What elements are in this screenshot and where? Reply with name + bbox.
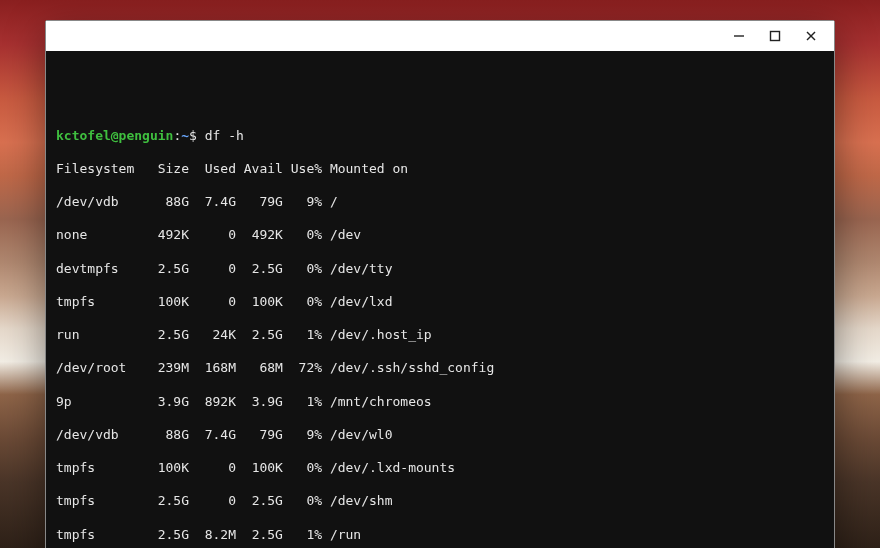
cell-used: 892K (189, 394, 236, 411)
cell-size: 239M (142, 360, 189, 377)
cell-mount: /dev/lxd (322, 294, 392, 311)
cell-avail: 2.5G (236, 327, 283, 344)
cell-size: 2.5G (142, 493, 189, 510)
cell-used: 7.4G (189, 194, 236, 211)
maximize-button[interactable] (758, 24, 792, 48)
cell-avail: 2.5G (236, 261, 283, 278)
cell-mount: /dev/wl0 (322, 427, 392, 444)
cell-avail: 2.5G (236, 493, 283, 510)
cell-filesystem: tmpfs (56, 527, 142, 544)
cell-usepct: 0% (283, 294, 322, 311)
cell-mount: /run (322, 527, 361, 544)
cell-size: 88G (142, 427, 189, 444)
cell-usepct: 0% (283, 460, 322, 477)
cell-usepct: 0% (283, 493, 322, 510)
header-used: Used (189, 161, 236, 178)
cell-usepct: 1% (283, 394, 322, 411)
header-filesystem: Filesystem (56, 161, 142, 178)
table-row: tmpfs100K0100K0%/dev/lxd (56, 294, 824, 311)
table-header: FilesystemSizeUsedAvailUse%Mounted on (56, 161, 824, 178)
cell-avail: 79G (236, 427, 283, 444)
cell-size: 492K (142, 227, 189, 244)
cell-usepct: 9% (283, 427, 322, 444)
cell-used: 0 (189, 227, 236, 244)
cell-mount: /dev/shm (322, 493, 392, 510)
cell-size: 2.5G (142, 327, 189, 344)
cell-size: 100K (142, 460, 189, 477)
table-row: none492K0492K0%/dev (56, 227, 824, 244)
cell-usepct: 1% (283, 327, 322, 344)
cell-mount: /dev/tty (322, 261, 392, 278)
cell-mount: /mnt/chromeos (322, 394, 432, 411)
cell-usepct: 1% (283, 527, 322, 544)
cell-avail: 2.5G (236, 527, 283, 544)
cell-filesystem: /dev/vdb (56, 194, 142, 211)
cell-filesystem: run (56, 327, 142, 344)
prompt-line-1: kctofel@penguin:~$ df -h (56, 111, 824, 144)
cell-mount: /dev/.host_ip (322, 327, 432, 344)
cell-filesystem: /dev/root (56, 360, 142, 377)
cell-mount: /dev/.ssh/sshd_config (322, 360, 494, 377)
cell-filesystem: tmpfs (56, 493, 142, 510)
cell-usepct: 0% (283, 227, 322, 244)
cell-mount: /dev/.lxd-mounts (322, 460, 455, 477)
cell-avail: 492K (236, 227, 283, 244)
table-row: devtmpfs2.5G02.5G0%/dev/tty (56, 261, 824, 278)
svg-rect-1 (771, 32, 780, 41)
header-usepct: Use% (283, 161, 322, 178)
cell-usepct: 9% (283, 194, 322, 211)
table-row: /dev/vdb88G7.4G79G9%/ (56, 194, 824, 211)
cell-filesystem: /dev/vdb (56, 427, 142, 444)
cell-avail: 100K (236, 294, 283, 311)
prompt-user: kctofel@penguin (56, 128, 173, 143)
terminal-pane[interactable]: kctofel@penguin:~$ df -h FilesystemSizeU… (46, 51, 834, 548)
cell-filesystem: devtmpfs (56, 261, 142, 278)
header-avail: Avail (236, 161, 283, 178)
titlebar (46, 21, 834, 51)
table-row: run2.5G24K2.5G1%/dev/.host_ip (56, 327, 824, 344)
cell-used: 8.2M (189, 527, 236, 544)
cell-filesystem: none (56, 227, 142, 244)
cell-usepct: 72% (283, 360, 322, 377)
cell-avail: 100K (236, 460, 283, 477)
table-row: /dev/root239M168M68M72%/dev/.ssh/sshd_co… (56, 360, 824, 377)
cell-avail: 3.9G (236, 394, 283, 411)
cell-used: 0 (189, 493, 236, 510)
table-row: tmpfs100K0100K0%/dev/.lxd-mounts (56, 460, 824, 477)
cell-size: 2.5G (142, 527, 189, 544)
cell-used: 168M (189, 360, 236, 377)
cell-size: 3.9G (142, 394, 189, 411)
cell-size: 2.5G (142, 261, 189, 278)
cell-avail: 68M (236, 360, 283, 377)
close-button[interactable] (794, 24, 828, 48)
cell-filesystem: tmpfs (56, 460, 142, 477)
cell-avail: 79G (236, 194, 283, 211)
cell-mount: /dev (322, 227, 361, 244)
prompt-path: ~ (181, 128, 189, 143)
cell-size: 100K (142, 294, 189, 311)
header-mounted: Mounted on (322, 161, 408, 178)
table-row: 9p3.9G892K3.9G1%/mnt/chromeos (56, 394, 824, 411)
prompt-dollar: $ (189, 128, 197, 143)
terminal-window: kctofel@penguin:~$ df -h FilesystemSizeU… (45, 20, 835, 548)
cell-used: 7.4G (189, 427, 236, 444)
cell-used: 24K (189, 327, 236, 344)
cell-filesystem: tmpfs (56, 294, 142, 311)
cell-used: 0 (189, 294, 236, 311)
command-text: df -h (205, 128, 244, 143)
cell-usepct: 0% (283, 261, 322, 278)
table-row: /dev/vdb88G7.4G79G9%/dev/wl0 (56, 427, 824, 444)
cell-used: 0 (189, 460, 236, 477)
cell-mount: / (322, 194, 338, 211)
cell-used: 0 (189, 261, 236, 278)
cell-filesystem: 9p (56, 394, 142, 411)
table-row: tmpfs2.5G8.2M2.5G1%/run (56, 527, 824, 544)
header-size: Size (142, 161, 189, 178)
table-row: tmpfs2.5G02.5G0%/dev/shm (56, 493, 824, 510)
cell-size: 88G (142, 194, 189, 211)
minimize-button[interactable] (722, 24, 756, 48)
